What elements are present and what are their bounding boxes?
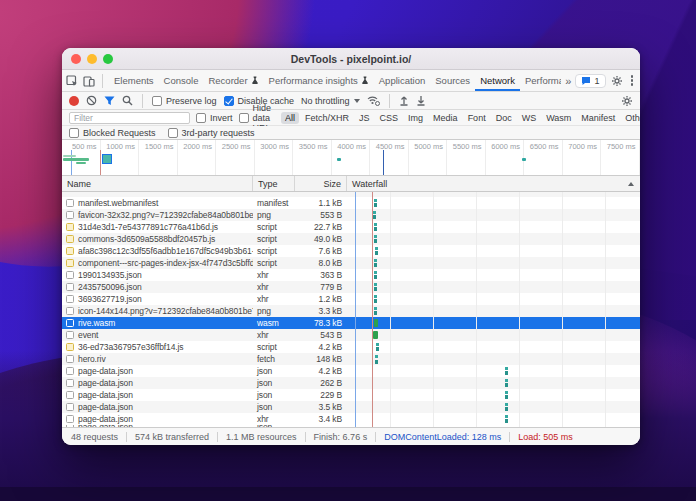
- request-row[interactable]: favicon-32x32.png?v=712392cfabe84a0b801b…: [62, 209, 640, 221]
- file-icon: [66, 283, 74, 291]
- request-row[interactable]: commons-3d6509a5588bdf20457b.jsscript49.…: [62, 233, 640, 245]
- request-type-cell: xhr: [253, 281, 295, 293]
- request-type-cell: fetch: [253, 353, 295, 365]
- filter-pill-img[interactable]: Img: [404, 112, 427, 124]
- waterfall-bar: [374, 259, 377, 267]
- import-har-icon[interactable]: [399, 95, 409, 106]
- request-row[interactable]: page-data.jsonjson229 B: [62, 389, 640, 401]
- filter-pill-all[interactable]: All: [281, 112, 299, 124]
- request-row[interactable]: 1990134935.jsonxhr363 B: [62, 269, 640, 281]
- tab-network[interactable]: Network: [475, 70, 520, 91]
- request-row[interactable]: 31d4e3d1-7e54377891c776a41b6d.jsscript22…: [62, 221, 640, 233]
- filter-pill-ws[interactable]: WS: [518, 112, 541, 124]
- filter-pill-js[interactable]: JS: [355, 112, 374, 124]
- hide-data-urls-checkbox[interactable]: [239, 113, 249, 123]
- record-network-log-button[interactable]: [69, 96, 79, 106]
- tab-application[interactable]: Application: [374, 70, 430, 91]
- filter-pill-font[interactable]: Font: [464, 112, 490, 124]
- network-overview-timeline[interactable]: 500 ms1000 ms1500 ms2000 ms2500 ms3000 m…: [62, 140, 640, 176]
- tab-performance[interactable]: Performance: [520, 70, 561, 91]
- disable-cache-checkbox[interactable]: [224, 96, 234, 106]
- file-icon: [66, 211, 74, 219]
- request-type-cell: png: [253, 209, 295, 221]
- column-header-type[interactable]: Type: [253, 176, 295, 191]
- request-waterfall-cell: [347, 257, 640, 269]
- request-row[interactable]: eventxhr543 B: [62, 329, 640, 341]
- filter-funnel-icon[interactable]: [104, 96, 115, 106]
- throttling-value: No throttling: [301, 96, 350, 106]
- cursor-marker-line: [383, 150, 384, 175]
- column-header-waterfall[interactable]: Waterfall: [347, 176, 640, 191]
- request-row[interactable]: page-data.jsonjson3.5 kB: [62, 401, 640, 413]
- main-menu-icon[interactable]: [628, 75, 637, 86]
- request-row[interactable]: page-data.jsonjson: [62, 425, 640, 427]
- filter-pill-css[interactable]: CSS: [376, 112, 403, 124]
- request-type-cell: json: [253, 425, 295, 427]
- tab-elements[interactable]: Elements: [109, 70, 159, 91]
- overview-activity-bar: [76, 162, 86, 164]
- request-size-cell: 4.2 kB: [295, 365, 347, 377]
- request-waterfall-cell: [347, 401, 640, 413]
- filter-pill-other[interactable]: Other: [621, 112, 640, 124]
- tab-sources[interactable]: Sources: [430, 70, 475, 91]
- preserve-log-toggle[interactable]: Preserve log: [152, 96, 217, 106]
- request-row[interactable]: 3693627719.jsonxhr1.2 kB: [62, 293, 640, 305]
- request-row[interactable]: 2435750096.jsonxhr779 B: [62, 281, 640, 293]
- filter-pill-wasm[interactable]: Wasm: [542, 112, 575, 124]
- invert-toggle[interactable]: Invert: [196, 113, 233, 123]
- device-toolbar-icon[interactable]: [83, 75, 95, 87]
- request-row[interactable]: hero.rivfetch148 kB: [62, 353, 640, 365]
- request-row[interactable]: rive.wasmwasm78.3 kB: [62, 317, 640, 329]
- filter-pill-doc[interactable]: Doc: [492, 112, 516, 124]
- settings-gear-icon[interactable]: [611, 75, 623, 87]
- request-name-cell: component---src-pages-index-jsx-4f747d3c…: [62, 257, 253, 269]
- request-row[interactable]: icon-144x144.png?v=712392cfabe84a0b801be…: [62, 305, 640, 317]
- request-name-cell: favicon-32x32.png?v=712392cfabe84a0b801b…: [62, 209, 253, 221]
- filter-pill-fetch-xhr[interactable]: Fetch/XHR: [301, 112, 353, 124]
- invert-checkbox[interactable]: [196, 113, 206, 123]
- third-party-checkbox[interactable]: [168, 128, 178, 138]
- column-header-size[interactable]: Size: [295, 176, 347, 191]
- tab-performance-insights[interactable]: Performance insights: [264, 70, 374, 91]
- preserve-log-checkbox[interactable]: [152, 96, 162, 106]
- issues-button[interactable]: 1: [575, 74, 605, 88]
- close-window-button[interactable]: [71, 54, 81, 64]
- inspect-element-icon[interactable]: [66, 75, 78, 87]
- filter-pill-manifest[interactable]: Manifest: [577, 112, 619, 124]
- third-party-toggle[interactable]: 3rd-party requests: [168, 128, 255, 138]
- filter-input[interactable]: [69, 112, 190, 124]
- search-icon[interactable]: [122, 95, 133, 106]
- request-row[interactable]: page-data.jsonxhr3.4 kB: [62, 413, 640, 425]
- column-header-name[interactable]: Name: [62, 176, 253, 191]
- request-row[interactable]: page-data.jsonjson4.2 kB: [62, 365, 640, 377]
- request-waterfall-cell: [347, 209, 640, 221]
- request-name-cell: rive.wasm: [62, 317, 253, 329]
- request-row[interactable]: component---src-pages-index-jsx-4f747d3c…: [62, 257, 640, 269]
- export-har-icon[interactable]: [416, 95, 426, 106]
- request-row[interactable]: manifest.webmanifestmanifest1.1 kB: [62, 197, 640, 209]
- throttling-dropdown[interactable]: No throttling: [301, 96, 360, 106]
- request-row[interactable]: afa8c398c12c3df55f6adbb1e167df5c949b3b61…: [62, 245, 640, 257]
- minimize-window-button[interactable]: [87, 54, 97, 64]
- waterfall-bar: [505, 379, 508, 387]
- request-name: manifest.webmanifest: [78, 198, 158, 208]
- request-size-cell: 22.7 kB: [295, 221, 347, 233]
- network-settings-gear-icon[interactable]: [621, 95, 633, 107]
- blocked-requests-checkbox[interactable]: [69, 128, 79, 138]
- filter-pill-media[interactable]: Media: [429, 112, 462, 124]
- blocked-requests-toggle[interactable]: Blocked Requests: [69, 128, 156, 138]
- request-name-cell: hero.riv: [62, 353, 253, 365]
- request-type-cell: xhr: [253, 329, 295, 341]
- more-tabs-button[interactable]: »: [561, 70, 575, 91]
- tab-console[interactable]: Console: [159, 70, 204, 91]
- zoom-window-button[interactable]: [103, 54, 113, 64]
- request-waterfall-cell: [347, 329, 640, 341]
- request-row[interactable]: 36-ed73a367957e36ffbf14.jsscript4.2 kB: [62, 341, 640, 353]
- script-file-icon: [66, 247, 74, 255]
- clear-network-log-icon[interactable]: [86, 95, 97, 106]
- request-row[interactable]: page-data.jsonjson262 B: [62, 377, 640, 389]
- waterfall-bar: [373, 331, 378, 339]
- invert-label: Invert: [210, 113, 233, 123]
- network-conditions-icon[interactable]: [367, 95, 380, 106]
- tab-recorder[interactable]: Recorder: [203, 70, 263, 91]
